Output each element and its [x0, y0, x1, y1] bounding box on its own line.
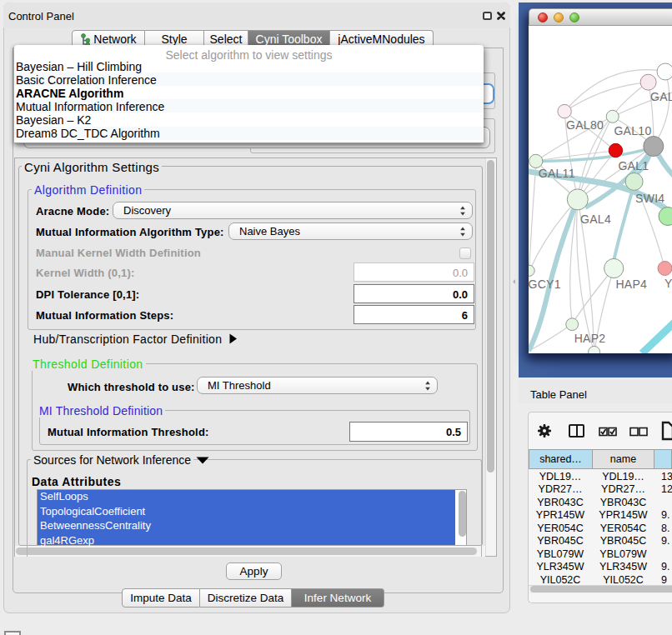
svg-text:SWI4: SWI4 — [635, 192, 664, 205]
svg-text:HAP2: HAP2 — [574, 332, 606, 345]
svg-text:GAL10: GAL10 — [614, 124, 651, 138]
svg-text:GAL1: GAL1 — [618, 159, 649, 172]
svg-text:HAP4: HAP4 — [615, 278, 647, 291]
svg-text:GAL11: GAL11 — [539, 167, 575, 180]
svg-text:Y: Y — [664, 277, 672, 290]
svg-text:GCY1: GCY1 — [529, 278, 561, 291]
svg-text:GAL80: GAL80 — [566, 118, 604, 132]
svg-text:GAL4: GAL4 — [580, 212, 611, 226]
svg-text:GAL: GAL — [650, 90, 672, 103]
